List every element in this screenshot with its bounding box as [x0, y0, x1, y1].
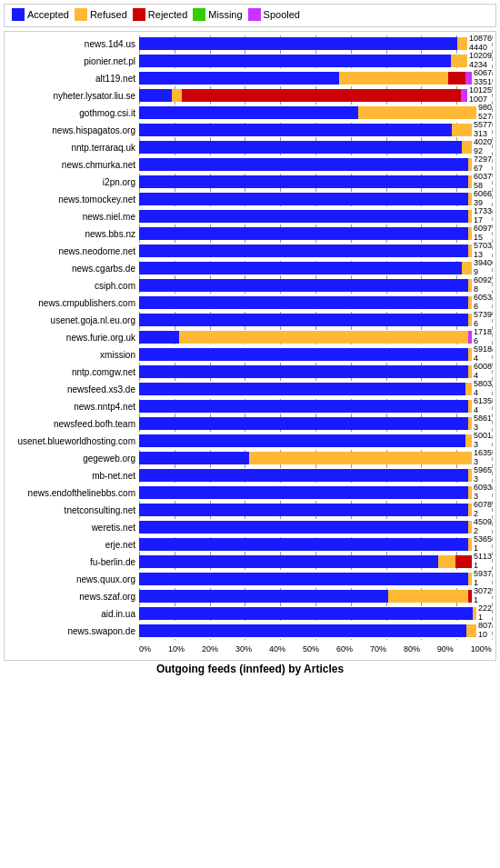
values-label: 59184 — [474, 345, 492, 364]
bar-accepted — [139, 400, 468, 413]
row-label: news.tomockey.net — [5, 195, 139, 205]
values-label: 58034 — [474, 380, 492, 398]
bar-accepted — [139, 55, 451, 67]
table-row: tnetconsulting.net60782 — [5, 502, 492, 518]
table-row: news.chmurka.net729767 — [5, 156, 492, 173]
values-label: 60673351 — [474, 69, 492, 87]
table-row: newsfeed.xs3.de58034 — [5, 381, 492, 397]
bar-refused — [172, 89, 182, 102]
table-row: fu-berlin.de51131 — [5, 554, 492, 570]
bar-refused — [468, 210, 472, 223]
row-label: nntp.comgw.net — [5, 367, 139, 377]
values-label: 60928 — [474, 276, 492, 294]
row-label: newsfeed.xs3.de — [5, 384, 139, 394]
bars-container: 609715 — [139, 225, 492, 242]
bars-container: 45092 — [139, 519, 492, 535]
row-label: news.quux.org — [5, 574, 139, 584]
bar-refused — [465, 383, 472, 395]
bars-container: 61354 — [139, 398, 492, 414]
values-label: 59371 — [474, 570, 492, 588]
row-label: tnetconsulting.net — [5, 505, 139, 515]
table-row: nyheter.lysator.liu.se101251007 — [5, 87, 492, 104]
bar-refused — [388, 590, 468, 603]
values-label: 50013 — [474, 432, 492, 450]
table-row: news.1d4.us108764440 — [5, 35, 492, 52]
bar-rejected — [182, 89, 461, 102]
accepted-swatch — [12, 8, 25, 21]
table-row: news.cgarbs.de39409 — [5, 260, 492, 276]
bars-container: 101251007 — [139, 87, 492, 104]
refused-legend-label: Refused — [90, 9, 127, 20]
legend: AcceptedRefusedRejectedMissingSpooled — [4, 4, 496, 27]
values-label: 39409 — [474, 259, 492, 277]
table-row: csiph.com60928 — [5, 277, 492, 294]
bar-accepted — [139, 193, 468, 205]
bar-accepted — [139, 262, 462, 274]
table-row: pionier.net.pl102094234 — [5, 53, 492, 69]
bars-container: 16353 — [139, 450, 492, 466]
row-label: news.szaf.org — [5, 592, 139, 602]
row-label: i2pn.org — [5, 177, 139, 187]
x-label: 0% — [139, 644, 151, 653]
bar-accepted — [139, 590, 388, 603]
values-label: 53651 — [474, 535, 492, 554]
bar-accepted — [139, 555, 438, 568]
bar-refused — [462, 262, 472, 274]
table-row: usenet.goja.nl.eu.org57396 — [5, 312, 492, 328]
values-label: 60536 — [474, 294, 492, 312]
row-label: gothmog.csi.it — [5, 108, 139, 118]
x-label: 40% — [269, 644, 285, 653]
bar-refused — [452, 124, 472, 136]
bars-container: 17186 — [139, 329, 492, 345]
values-label: 57396 — [474, 311, 492, 329]
grid-line — [492, 35, 493, 640]
table-row: mb-net.net59653 — [5, 467, 492, 484]
bars-container: 60928 — [139, 277, 492, 294]
bars-container: 58613 — [139, 415, 492, 432]
bar-accepted — [139, 469, 468, 482]
rejected-swatch — [133, 8, 145, 21]
bar-accepted — [139, 227, 468, 240]
chart-rows-wrapper: news.1d4.us108764440pionier.net.pl102094… — [5, 35, 492, 640]
bar-refused — [457, 37, 467, 50]
table-row: alt119.net60673351 — [5, 70, 492, 86]
bar-rejected — [468, 590, 472, 603]
bar-accepted — [139, 314, 468, 326]
table-row: gegeweb.org16353 — [5, 450, 492, 466]
bar-refused — [468, 314, 472, 326]
values-label: 60782 — [474, 501, 492, 519]
values-label: 729767 — [474, 155, 492, 174]
values-label: 402092 — [474, 138, 492, 156]
bar-accepted — [139, 417, 468, 430]
row-label: nyheter.lysator.liu.se — [5, 91, 139, 101]
values-label: 51131 — [474, 553, 492, 571]
table-row: nntp.comgw.net60084 — [5, 364, 492, 380]
bar-refused — [468, 365, 472, 378]
legend-item-missing: Missing — [193, 8, 242, 21]
bar-refused — [468, 573, 472, 585]
chart-title: Outgoing feeds (innfeed) by Articles — [4, 663, 496, 675]
x-axis-labels: 0%10%20%30%40%50%60%70%80%90%100% — [139, 644, 492, 653]
legend-item-rejected: Rejected — [133, 8, 187, 21]
table-row: newsfeed.bofh.team58613 — [5, 415, 492, 432]
bar-spooled — [465, 72, 472, 85]
refused-swatch — [75, 8, 87, 21]
spooled-legend-label: Spooled — [264, 9, 300, 20]
row-label: nntp.terraraq.uk — [5, 143, 139, 153]
bar-accepted — [139, 348, 468, 361]
bars-container: 51131 — [139, 554, 492, 570]
bar-accepted — [139, 296, 468, 309]
bar-refused — [249, 452, 472, 464]
values-label: 102094234 — [469, 52, 492, 70]
row-label: news.cmpublishers.com — [5, 298, 139, 308]
bar-refused — [468, 296, 472, 309]
bars-container: 58034 — [139, 381, 492, 397]
bars-container: 80710 — [139, 623, 492, 639]
row-label: news.1d4.us — [5, 39, 139, 49]
x-label: 90% — [437, 644, 454, 653]
table-row: news.cmpublishers.com60536 — [5, 294, 492, 311]
table-row: news.furie.org.uk17186 — [5, 329, 492, 345]
row-label: fu-berlin.de — [5, 557, 139, 567]
values-label: 17186 — [474, 328, 492, 346]
bar-accepted — [139, 175, 468, 188]
